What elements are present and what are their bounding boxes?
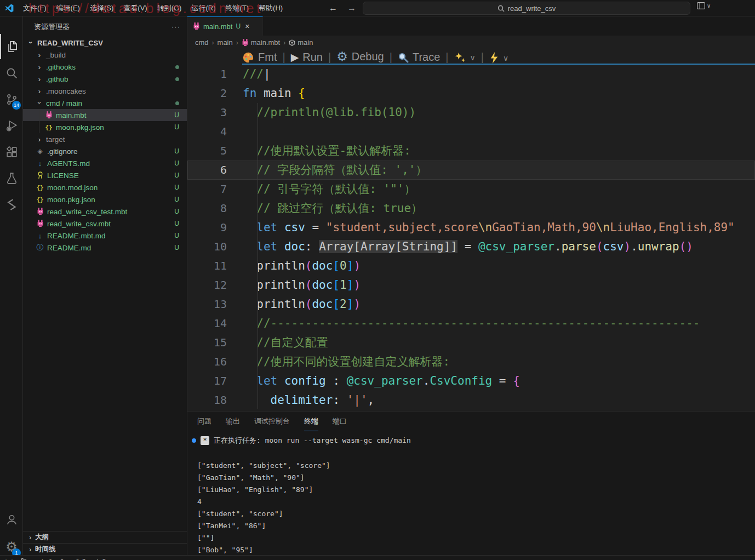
- tree-item-label: READ_WRITE_CSV: [37, 39, 103, 47]
- activitybar-source-control[interactable]: 14: [0, 87, 23, 112]
- line-number: 2: [187, 84, 227, 103]
- nav-back-button[interactable]: ←: [329, 3, 338, 13]
- tab-main-mbt[interactable]: main.mbt U ×: [187, 16, 263, 36]
- breadcrumb: cmd›main›main.mbt›main: [187, 36, 755, 49]
- panel-tab-问题[interactable]: 问题: [197, 412, 211, 431]
- tree-item-label: .mooncakes: [46, 87, 86, 95]
- command-center-search[interactable]: read_write_csv: [363, 2, 690, 15]
- statusbar-remote[interactable]: ><: [5, 558, 12, 560]
- menu-运行(R)[interactable]: 运行(R): [186, 4, 220, 12]
- close-icon[interactable]: ×: [245, 22, 249, 31]
- chevron-right-icon: ›: [35, 75, 44, 83]
- file-moon.pkg.json[interactable]: {}moon.pkg.jsonU: [23, 193, 187, 205]
- play-icon: ▶: [291, 51, 299, 64]
- statusbar-sync[interactable]: ↻: [60, 558, 66, 560]
- folder-READ_WRITE_CSV[interactable]: ›READ_WRITE_CSV: [23, 37, 187, 49]
- folder-.mooncakes[interactable]: ›.mooncakes: [23, 85, 187, 97]
- activitybar-testing[interactable]: [0, 165, 23, 191]
- file-.gitignore[interactable]: ◈.gitignoreU: [23, 145, 187, 157]
- tree-item-label: target: [46, 135, 65, 144]
- tree-item-label: _build: [46, 51, 66, 59]
- statusbar-warnings[interactable]: ⚠ 0: [94, 558, 106, 560]
- more-actions-icon[interactable]: ···: [171, 22, 180, 31]
- code-line-12: 12 println(doc[1]): [187, 276, 755, 295]
- file-read_write_csv_test.mbt[interactable]: read_write_csv_test.mbtU: [23, 205, 187, 218]
- explorer-sidebar: 资源管理器 ··· ›READ_WRITE_CSV›_build›.githoo…: [23, 16, 187, 560]
- codelens-trace[interactable]: Trace: [398, 51, 440, 64]
- terminal-output[interactable]: ["student", "subject", "score"]["GaoTian…: [197, 460, 755, 556]
- timeline-section[interactable]: › 时间线: [23, 543, 187, 555]
- chevron-down-icon: ∨: [707, 3, 711, 9]
- modified-dot-icon: [175, 101, 179, 105]
- folder-target[interactable]: ›target: [23, 133, 187, 145]
- folder-.github[interactable]: ›.github: [23, 73, 187, 85]
- folder-.githooks[interactable]: ›.githooks: [23, 61, 187, 73]
- file-LICENSE[interactable]: LICENSEU: [23, 169, 187, 181]
- menu-文件(F)[interactable]: 文件(F): [18, 4, 52, 12]
- file-AGENTS.md[interactable]: ↓AGENTS.mdU: [23, 157, 187, 169]
- file-README.md[interactable]: ⓘREADME.mdU: [23, 242, 187, 254]
- code-editor[interactable]: 1///|2fn main {3 //println(@lib.fib(10))…: [187, 65, 755, 410]
- code-line-7: 7 // 引号字符（默认值: '"'）: [187, 180, 755, 199]
- statusbar-errors[interactable]: ⊘ 0: [75, 558, 85, 560]
- git-status-badge: U: [174, 159, 179, 167]
- breadcrumb-cmd[interactable]: cmd: [195, 38, 209, 47]
- timeline-label: 时间线: [35, 545, 56, 554]
- menu-查看(V)[interactable]: 查看(V): [118, 4, 152, 12]
- chevron-right-icon: ›: [25, 534, 35, 541]
- menu-终端(T)[interactable]: 终端(T): [220, 4, 254, 12]
- chevron-right-icon: ›: [35, 87, 44, 95]
- menu-帮助(H)[interactable]: 帮助(H): [254, 4, 288, 12]
- outline-section[interactable]: › 大纲: [23, 531, 187, 543]
- activitybar-search[interactable]: [0, 60, 23, 85]
- code-line-4: 4: [187, 122, 755, 141]
- file-read_write_csv.mbt[interactable]: read_write_csv.mbtU: [23, 218, 187, 230]
- layout-toggle-button[interactable]: ∨: [697, 2, 711, 9]
- codelens-run[interactable]: ▶Run: [291, 51, 323, 64]
- activitybar-extensions[interactable]: [0, 139, 23, 164]
- codelens-sparkles-icon[interactable]: ∨: [454, 52, 476, 64]
- menu-编辑(E)[interactable]: 编辑(E): [52, 4, 85, 12]
- folder-_build[interactable]: ›_build: [23, 49, 187, 61]
- panel-tab-调试控制台[interactable]: 调试控制台: [254, 412, 290, 431]
- file-moon.mod.json[interactable]: {}moon.mod.jsonU: [23, 181, 187, 193]
- tree-indent-guide: [39, 109, 39, 121]
- codelens-debug[interactable]: ⚙Debug: [336, 49, 384, 64]
- activitybar-explorer[interactable]: [0, 34, 23, 59]
- menu-选择(S)[interactable]: 选择(S): [85, 4, 118, 12]
- breadcrumb-main.mbt[interactable]: main.mbt: [242, 38, 280, 47]
- folder-cmd-main[interactable]: ›cmd / main: [23, 97, 187, 109]
- line-number: 17: [187, 372, 227, 391]
- statusbar-git-branch[interactable]: master*: [21, 558, 52, 560]
- chevron-down-icon: ∨: [503, 54, 508, 62]
- file-README.mbt.md[interactable]: ↓README.mbt.mdU: [23, 230, 187, 242]
- tree-item-label: README.mbt.md: [47, 232, 106, 240]
- breadcrumb-main[interactable]: main: [218, 38, 233, 47]
- editor-group: main.mbt U × cmd›main›main.mbt›main Fmt|…: [187, 16, 755, 560]
- line-number: 13: [187, 295, 227, 314]
- file-main.mbt[interactable]: main.mbtU: [23, 109, 187, 121]
- code-line-17: 17 let config : @csv_parser.CsvConfig = …: [187, 372, 755, 391]
- file-moon.pkg.json[interactable]: {}moon.pkg.jsonU: [23, 121, 187, 133]
- license-ribbon-icon: [35, 172, 45, 179]
- breadcrumb-main[interactable]: main: [289, 38, 313, 47]
- terminal-line: [""]: [197, 532, 755, 544]
- modified-dot-icon: [175, 77, 179, 81]
- activitybar-extension-s[interactable]: [0, 192, 23, 217]
- codelens-separator: |: [481, 51, 484, 64]
- nav-forward-button[interactable]: →: [347, 3, 356, 13]
- terminal-line: ["student", "subject", "score"]: [197, 460, 755, 472]
- activitybar-run-debug[interactable]: [0, 113, 23, 138]
- panel-tab-端口[interactable]: 端口: [333, 412, 347, 431]
- code-line-11: 11 println(doc[0]): [187, 256, 755, 276]
- panel-tab-输出[interactable]: 输出: [226, 412, 240, 431]
- code-line-15: 15 //自定义配置: [187, 333, 755, 352]
- codelens-fmt[interactable]: Fmt: [242, 51, 277, 64]
- activitybar-account[interactable]: [0, 507, 23, 532]
- code-line-5: 5 //使用默认设置-默认解析器:: [187, 141, 755, 161]
- moonbit-rabbit-icon: [35, 208, 45, 215]
- codelens-lightning-icon[interactable]: ∨: [489, 52, 508, 64]
- menu-转到(G)[interactable]: 转到(G): [152, 4, 187, 12]
- panel-tab-终端[interactable]: 终端: [304, 412, 318, 431]
- terminal-line: 4: [197, 496, 755, 508]
